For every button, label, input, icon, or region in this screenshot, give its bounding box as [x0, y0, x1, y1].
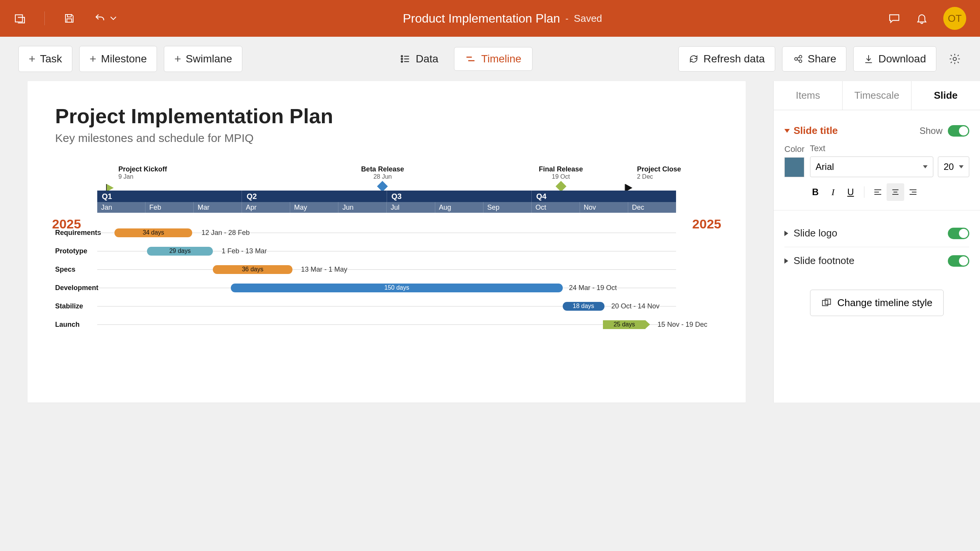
add-task-label: Task [40, 53, 62, 65]
text-style-row: B I U [807, 183, 969, 201]
data-view-button[interactable]: Data [389, 47, 449, 71]
slide-title: Project Implementation Plan [55, 104, 718, 128]
tab-timescale[interactable]: Timescale [843, 81, 911, 110]
task-bar[interactable]: 25 days [603, 320, 645, 329]
underline-button[interactable]: U [842, 183, 859, 201]
font-value: Arial [816, 161, 834, 172]
tab-items[interactable]: Items [774, 81, 843, 110]
svg-point-5 [401, 58, 403, 60]
task-dates: 20 Oct - 14 Nov [611, 302, 660, 310]
task-bar[interactable]: 18 days [563, 302, 604, 311]
task-dates: 13 Mar - 1 May [301, 266, 347, 274]
align-left-button[interactable] [869, 183, 887, 201]
task-bar[interactable]: 150 days [231, 284, 562, 292]
task-row[interactable]: Specs 36 days 13 Mar - 1 May [55, 260, 676, 279]
task-label: Development [55, 284, 97, 292]
title-controls-row: Color Text Arial 20 [784, 143, 969, 177]
italic-button[interactable]: I [824, 183, 842, 201]
add-swimlane-button[interactable]: + Swimlane [164, 46, 242, 72]
task-row[interactable]: Development 150 days 24 Mar - 19 Oct [55, 279, 676, 297]
svg-point-7 [401, 61, 403, 62]
slide-footnote-section[interactable]: Slide footnote [784, 247, 969, 274]
milestone-beta[interactable]: Beta Release 28 Jun [361, 165, 404, 190]
align-right-button[interactable] [904, 183, 922, 201]
font-size-select[interactable]: 20 [938, 156, 969, 177]
file-icon[interactable] [14, 12, 26, 24]
task-row[interactable]: Stabilize 18 days 20 Oct - 14 Nov [55, 297, 676, 315]
text-control: Text Arial 20 [810, 143, 969, 177]
data-view-label: Data [416, 53, 438, 65]
diamond-icon [377, 181, 388, 192]
show-logo-toggle[interactable] [948, 228, 969, 239]
milestone-final[interactable]: Final Release 19 Oct [539, 165, 583, 190]
change-style-label: Change timeline style [837, 297, 933, 309]
avatar[interactable]: OT [943, 7, 966, 30]
font-size-value: 20 [944, 161, 954, 172]
timeline-view-button[interactable]: Timeline [454, 47, 532, 71]
year-end: 2025 [692, 217, 721, 231]
align-center-button[interactable] [887, 183, 904, 201]
slide-canvas[interactable]: Project Implementation Plan Key mileston… [28, 81, 746, 403]
task-dates: 15 Nov - 19 Dec [658, 321, 707, 329]
task-label: Requirements [55, 229, 97, 237]
month-cell: Nov [580, 202, 628, 213]
download-icon [864, 54, 874, 64]
comment-icon[interactable] [888, 12, 900, 24]
style-separator [864, 186, 864, 198]
month-cell: Mar [194, 202, 242, 213]
add-task-button[interactable]: + Task [18, 46, 72, 72]
task-bar[interactable]: 34 days [114, 228, 192, 237]
task-bar[interactable]: 36 days [213, 265, 292, 274]
task-label: Launch [55, 321, 97, 329]
share-icon [792, 54, 803, 64]
task-row[interactable]: Requirements 34 days 12 Jan - 28 Feb [55, 223, 676, 242]
title-separator: - [565, 13, 568, 24]
undo-icon[interactable] [94, 12, 106, 24]
milestone-kickoff[interactable]: Project Kickoff 9 Jan [110, 165, 167, 180]
text-label: Text [810, 143, 969, 153]
bold-button[interactable]: B [807, 183, 824, 201]
toolbar-add-group: + Task + Milestone + Swimlane [18, 46, 242, 72]
task-track: 29 days 1 Feb - 13 Mar [97, 251, 676, 251]
milestone-name: Project Kickoff [118, 165, 167, 173]
svg-point-11 [795, 58, 797, 60]
milestone-close[interactable]: Project Close 2 Dec [629, 165, 681, 180]
slide-logo-section[interactable]: Slide logo [784, 220, 969, 247]
tab-slide[interactable]: Slide [911, 81, 980, 110]
task-track: 150 days 24 Mar - 19 Oct [97, 288, 676, 288]
undo-chevron-icon[interactable] [110, 16, 117, 21]
task-row[interactable]: Launch 25 days 15 Nov - 19 Dec [55, 315, 676, 334]
add-swimlane-label: Swimlane [186, 53, 232, 65]
save-icon[interactable] [63, 12, 75, 24]
svg-line-15 [797, 60, 799, 61]
chevron-right-icon [784, 258, 788, 264]
share-label: Share [808, 53, 836, 65]
add-milestone-label: Milestone [101, 53, 147, 65]
show-footnote-toggle[interactable] [948, 255, 969, 267]
header-left [14, 11, 117, 25]
document-title[interactable]: Product Implementation Plan [403, 11, 560, 26]
color-swatch[interactable] [784, 157, 804, 177]
style-icon [821, 298, 832, 308]
slide-title-section-header[interactable]: Slide title Show [784, 121, 969, 143]
quarter-row: Q1 Q2 Q3 Q4 [97, 191, 676, 202]
show-label: Show [920, 126, 942, 136]
refresh-button[interactable]: Refresh data [678, 46, 775, 72]
download-button[interactable]: Download [853, 46, 936, 72]
main-area: Project Implementation Plan Key mileston… [0, 81, 980, 403]
plus-icon: + [90, 52, 96, 65]
toolbar: + Task + Milestone + Swimlane Data Timel… [0, 37, 980, 81]
gear-icon[interactable] [948, 52, 962, 66]
add-milestone-button[interactable]: + Milestone [79, 46, 157, 72]
bell-icon[interactable] [916, 12, 928, 24]
change-timeline-style-button[interactable]: Change timeline style [810, 290, 944, 316]
font-select[interactable]: Arial [810, 156, 933, 177]
task-bar[interactable]: 29 days [147, 247, 213, 256]
share-button[interactable]: Share [782, 46, 847, 72]
task-row[interactable]: Prototype 29 days 1 Feb - 13 Mar [55, 242, 676, 260]
app-header: Product Implementation Plan - Saved OT [0, 0, 980, 37]
panel-body: Slide title Show Color Text Arial [774, 110, 980, 327]
chevron-down-icon [959, 165, 964, 168]
properties-panel: Items Timescale Slide Slide title Show C… [773, 81, 980, 403]
show-title-toggle[interactable] [948, 125, 969, 137]
